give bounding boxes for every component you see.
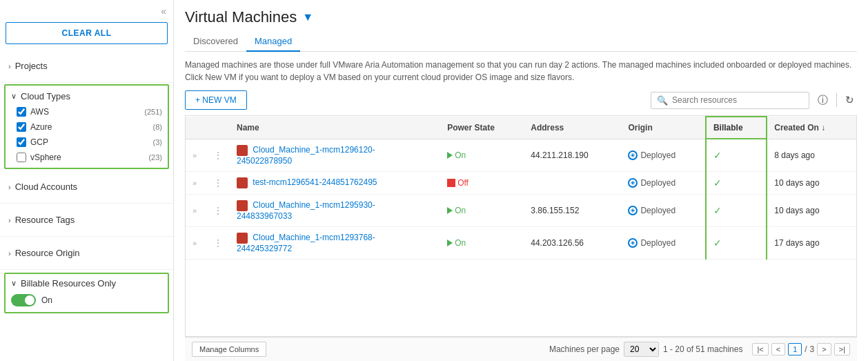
tab-managed[interactable]: Managed [246, 32, 300, 52]
cloud-type-vsphere[interactable]: vSphere (23) [6, 150, 168, 165]
page-separator: / [805, 344, 807, 354]
projects-label: Projects [15, 61, 48, 71]
page-title-row: Virtual Machines ▼ [185, 8, 857, 26]
table-header-row: Name Power State Address Origin Billable… [186, 117, 856, 139]
tab-discovered[interactable]: Discovered [185, 32, 246, 52]
row-power-4: On [440, 226, 524, 259]
row-address-4: 44.203.126.56 [524, 226, 621, 259]
vsphere-label: vSphere [30, 153, 61, 162]
search-box[interactable]: 🔍 [651, 92, 809, 109]
clear-all-button[interactable]: CLEAR ALL [6, 22, 168, 44]
range-label: 1 - 20 of 51 machines [663, 344, 742, 354]
row-address-1: 44.211.218.190 [524, 139, 621, 171]
table-row: » ⋮ Cloud_Machine_1-mcm1293768-244245329… [186, 226, 856, 259]
col-origin: Origin [621, 117, 705, 139]
row-origin-2: ◈Deployed [621, 171, 705, 194]
col-power-state: Power State [440, 117, 524, 139]
aws-label: AWS [30, 107, 49, 117]
row-billable-2: ✓ [706, 171, 767, 194]
row-name-2: test-mcm1296541-244851762495 [230, 171, 440, 194]
cloud-types-header[interactable]: ∨ Cloud Types [6, 88, 168, 104]
row-created-4: 17 days ago [767, 226, 856, 259]
row-address-2 [524, 171, 621, 194]
main-content: Virtual Machines ▼ Discovered Managed Ma… [174, 0, 868, 361]
row-origin-4: ◈Deployed [621, 226, 705, 259]
cloud-type-aws[interactable]: AWS (251) [6, 104, 168, 119]
table-row: » ⋮ Cloud_Machine_1-mcm1295930-244833967… [186, 194, 856, 226]
row-dots-3[interactable]: ⋮ [206, 194, 230, 226]
row-expand-2[interactable]: » [186, 171, 206, 194]
projects-header[interactable]: › Projects [0, 55, 173, 77]
table-row: » ⋮ Cloud_Machine_1-mcm1296120-245022878… [186, 139, 856, 171]
row-billable-3: ✓ [706, 194, 767, 226]
total-pages: 3 [810, 344, 815, 354]
col-name: Name [230, 117, 440, 139]
last-page-button[interactable]: >| [834, 343, 850, 355]
refresh-button[interactable]: ↻ [842, 91, 857, 109]
row-dots-2[interactable]: ⋮ [206, 171, 230, 194]
azure-count: (8) [153, 123, 162, 131]
row-name-3: Cloud_Machine_1-mcm1295930-244833967033 [230, 194, 440, 226]
aws-checkbox[interactable] [17, 107, 26, 117]
resource-tags-section: › Resource Tags [0, 204, 173, 237]
azure-checkbox[interactable] [17, 122, 26, 132]
table-footer: Manage Columns Machines per page 20 50 1… [185, 337, 857, 361]
resource-origin-chevron: › [8, 249, 11, 257]
row-origin-1: ◈Deployed [621, 139, 705, 171]
cloud-types-section: ∨ Cloud Types AWS (251) Azure (8) GCP (3… [4, 84, 169, 169]
resource-origin-label: Resource Origin [15, 248, 80, 258]
row-name-1: Cloud_Machine_1-mcm1296120-245022878950 [230, 139, 440, 171]
row-billable-1: ✓ [706, 139, 767, 171]
col-billable: Billable [706, 117, 767, 139]
col-expand [186, 117, 206, 139]
cloud-accounts-header[interactable]: › Cloud Accounts [0, 176, 173, 197]
row-power-1: On [440, 139, 524, 171]
row-created-1: 8 days ago [767, 139, 856, 171]
search-input[interactable] [672, 95, 803, 105]
info-button[interactable]: ⓘ [815, 91, 831, 110]
billable-label: Billable Resources Only [21, 278, 116, 289]
billable-chevron: ∨ [11, 279, 17, 288]
row-origin-3: ◈Deployed [621, 194, 705, 226]
cloud-types-chevron: ∨ [11, 92, 17, 101]
cloud-type-azure[interactable]: Azure (8) [6, 119, 168, 135]
collapse-icon: « [161, 6, 166, 17]
gcp-checkbox[interactable] [17, 137, 26, 147]
row-expand-3[interactable]: » [186, 194, 206, 226]
resource-tags-label: Resource Tags [15, 215, 75, 225]
row-expand-4[interactable]: » [186, 226, 206, 259]
col-address: Address [524, 117, 621, 139]
toolbar-icons: ⓘ ↻ [815, 91, 857, 110]
billable-resources-header[interactable]: ∨ Billable Resources Only [11, 278, 162, 289]
row-expand-1[interactable]: » [186, 139, 206, 171]
prev-page-button[interactable]: < [771, 343, 785, 355]
collapse-button[interactable]: « [0, 0, 173, 19]
row-power-2: Off [440, 171, 524, 194]
billable-toggle[interactable] [11, 294, 36, 306]
row-address-3: 3.86.155.152 [524, 194, 621, 226]
new-vm-button[interactable]: + NEW VM [185, 90, 247, 110]
per-page-select[interactable]: 20 50 100 [624, 342, 659, 357]
cloud-type-gcp[interactable]: GCP (3) [6, 135, 168, 150]
row-power-3: On [440, 194, 524, 226]
vsphere-checkbox[interactable] [17, 153, 26, 162]
resource-tags-header[interactable]: › Resource Tags [0, 209, 173, 231]
cloud-accounts-chevron: › [8, 183, 11, 191]
tabs: Discovered Managed [185, 32, 857, 52]
row-dots-1[interactable]: ⋮ [206, 139, 230, 171]
next-page-button[interactable]: > [817, 343, 831, 355]
resource-origin-header[interactable]: › Resource Origin [0, 242, 173, 264]
filter-icon: ▼ [302, 11, 313, 23]
row-created-2: 10 days ago [767, 171, 856, 194]
row-dots-4[interactable]: ⋮ [206, 226, 230, 259]
current-page: 1 [788, 343, 802, 355]
page-description: Managed machines are those under full VM… [185, 59, 857, 84]
aws-count: (251) [144, 108, 162, 116]
cloud-accounts-section: › Cloud Accounts [0, 170, 173, 204]
cloud-accounts-label: Cloud Accounts [15, 182, 77, 192]
page-title: Virtual Machines [185, 8, 297, 26]
manage-columns-button[interactable]: Manage Columns [192, 342, 266, 357]
first-page-button[interactable]: |< [752, 343, 768, 355]
pagination-info: Machines per page 20 50 100 1 - 20 of 51… [549, 342, 850, 357]
cloud-types-label: Cloud Types [21, 91, 70, 101]
